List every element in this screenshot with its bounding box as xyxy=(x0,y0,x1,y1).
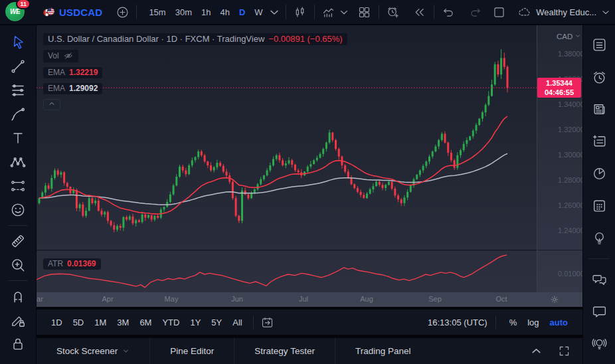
interval-D[interactable]: D xyxy=(234,5,250,20)
time-axis[interactable]: arAprMayJunJulAugSepOct xyxy=(37,292,582,307)
symbol-title-row[interactable]: U.S. Dollar / Canadian Dollar · 1D · FXC… xyxy=(43,33,347,45)
ideas-panel-button[interactable] xyxy=(587,226,611,249)
fib-retracement-tool-button[interactable] xyxy=(6,78,30,102)
watchlist-panel-button[interactable] xyxy=(587,33,611,56)
last-price-badge: 1.35344 04:46:55 xyxy=(537,78,581,98)
range-5Y-button[interactable]: 5Y xyxy=(206,315,227,330)
currency-dropdown[interactable]: CAD xyxy=(557,33,581,41)
trend-line-tool-button[interactable] xyxy=(6,54,30,78)
tab-stock-screener[interactable]: Stock Screener xyxy=(37,338,149,364)
interval-30m[interactable]: 30m xyxy=(171,5,197,20)
tab-trading-panel[interactable]: Trading Panel xyxy=(335,338,431,364)
percent-scale-button[interactable]: % xyxy=(504,316,523,329)
magnet-tool-button[interactable] xyxy=(6,284,30,308)
main-area: CAD 1.380001.360001.340001.320001.300001… xyxy=(37,25,582,364)
ema-slow-value: 1.29092 xyxy=(69,84,98,93)
indicators-button[interactable] xyxy=(319,3,338,21)
compare-add-button[interactable] xyxy=(113,3,132,21)
eye-off-icon[interactable] xyxy=(63,50,74,61)
ruler-tool-button[interactable] xyxy=(6,229,30,253)
symbol-button[interactable]: USDCAD xyxy=(41,3,102,21)
divider xyxy=(588,258,610,259)
range-YTD-button[interactable]: YTD xyxy=(157,315,185,330)
redo-button[interactable] xyxy=(467,3,485,21)
hotlists-panel-button[interactable] xyxy=(587,162,611,185)
chart-style-button[interactable] xyxy=(291,3,309,21)
text-tool-tool-button[interactable] xyxy=(6,126,30,150)
ema-slow-legend-row[interactable]: EMA 1.29092 xyxy=(43,83,102,94)
tab-strategy-tester[interactable]: Strategy Tester xyxy=(234,338,335,364)
range-5D-button[interactable]: 5D xyxy=(68,315,90,330)
gear-icon[interactable] xyxy=(549,294,560,305)
xabcd-pattern-tool-button[interactable] xyxy=(6,150,30,174)
divider xyxy=(286,5,286,19)
fullscreen-button[interactable] xyxy=(555,342,573,361)
streams-panel-button[interactable] xyxy=(587,332,611,355)
draw-lock-tool-button[interactable] xyxy=(6,308,30,332)
interval-W[interactable]: W xyxy=(250,5,267,20)
interval-1h[interactable]: 1h xyxy=(197,5,215,20)
atr-legend[interactable]: ATR 0.01369 xyxy=(43,257,101,270)
price-tick: 1.30000 xyxy=(558,151,582,159)
brush-icon xyxy=(9,106,27,123)
panel-expand-button[interactable] xyxy=(527,342,545,361)
intervals-chevron-button[interactable] xyxy=(268,3,281,21)
emoji-tool-button[interactable] xyxy=(6,198,30,222)
widget-sidebar xyxy=(582,25,615,364)
emoji-icon xyxy=(9,201,27,219)
save-layout-button[interactable] xyxy=(489,3,508,21)
price-tick: 1.38000 xyxy=(558,50,582,58)
zoom-in-tool-button[interactable] xyxy=(6,253,30,277)
undo-button[interactable] xyxy=(439,3,458,21)
tab-label: Strategy Tester xyxy=(254,346,315,356)
volume-legend-row[interactable]: Vol xyxy=(43,50,78,62)
utc-clock[interactable]: 16:13:05 (UTC) xyxy=(428,318,487,327)
range-1D-button[interactable]: 1D xyxy=(46,315,68,330)
divider xyxy=(379,5,379,19)
panel-tabs-bar: Stock ScreenerPine EditorStrategy Tester… xyxy=(37,337,582,364)
go-to-date-button[interactable] xyxy=(259,314,276,331)
tab-label: Trading Panel xyxy=(355,346,411,356)
account-logo[interactable]: WE 11 xyxy=(5,1,27,23)
log-scale-button[interactable]: log xyxy=(522,316,544,329)
range-6M-button[interactable]: 6M xyxy=(134,315,157,330)
projection-tool-button[interactable] xyxy=(6,174,30,198)
zoom-in-icon xyxy=(9,256,27,274)
chat-panel-button[interactable] xyxy=(587,300,611,323)
price-axis[interactable]: CAD 1.380001.360001.340001.320001.300001… xyxy=(537,25,582,292)
trading-app: WE 11 USDCAD 15m30m1h4hDW Wealthy Educ..… xyxy=(0,0,615,364)
lock-all-tool-button[interactable] xyxy=(6,332,30,356)
price-tick: 1.34000 xyxy=(558,100,582,108)
chevron-up-icon xyxy=(48,100,56,110)
create-alert-button[interactable] xyxy=(384,3,402,21)
brush-tool-button[interactable] xyxy=(6,102,30,126)
ema-fast-legend-row[interactable]: EMA 1.32219 xyxy=(43,67,102,78)
usdcad-flags-icon xyxy=(41,3,56,21)
time-tick-Jun: Jun xyxy=(231,295,243,303)
account-menu[interactable]: Wealthy Educ... xyxy=(516,3,611,21)
range-3M-button[interactable]: 3M xyxy=(112,315,134,330)
divider xyxy=(8,225,28,226)
bar-replay-button[interactable] xyxy=(410,3,429,21)
atr-pane[interactable] xyxy=(37,250,537,292)
interval-4h[interactable]: 4h xyxy=(215,5,234,20)
ruler-icon xyxy=(9,232,27,250)
notes-panel-button[interactable] xyxy=(587,130,611,153)
interval-15m[interactable]: 15m xyxy=(144,5,170,20)
tab-pine-editor[interactable]: Pine Editor xyxy=(150,338,234,364)
legend-collapse-button[interactable] xyxy=(43,99,60,110)
tab-label: Stock Screener xyxy=(56,346,118,356)
indicators-chevron-button[interactable] xyxy=(338,3,350,21)
range-1M-button[interactable]: 1M xyxy=(89,315,112,330)
news-panel-button[interactable] xyxy=(587,98,611,121)
range-All-button[interactable]: All xyxy=(227,315,247,330)
cursor-tool-button[interactable] xyxy=(6,31,30,54)
volume-label: Vol xyxy=(48,51,59,60)
calendar-panel-button[interactable] xyxy=(587,194,611,217)
atr-axis-tick: 0.01000 xyxy=(558,270,582,278)
auto-scale-button[interactable]: auto xyxy=(545,316,573,329)
layout-grid-button[interactable] xyxy=(355,3,374,21)
alerts-panel-button[interactable] xyxy=(587,65,611,88)
chats-panel-button[interactable] xyxy=(587,268,611,291)
range-1Y-button[interactable]: 1Y xyxy=(185,315,206,330)
